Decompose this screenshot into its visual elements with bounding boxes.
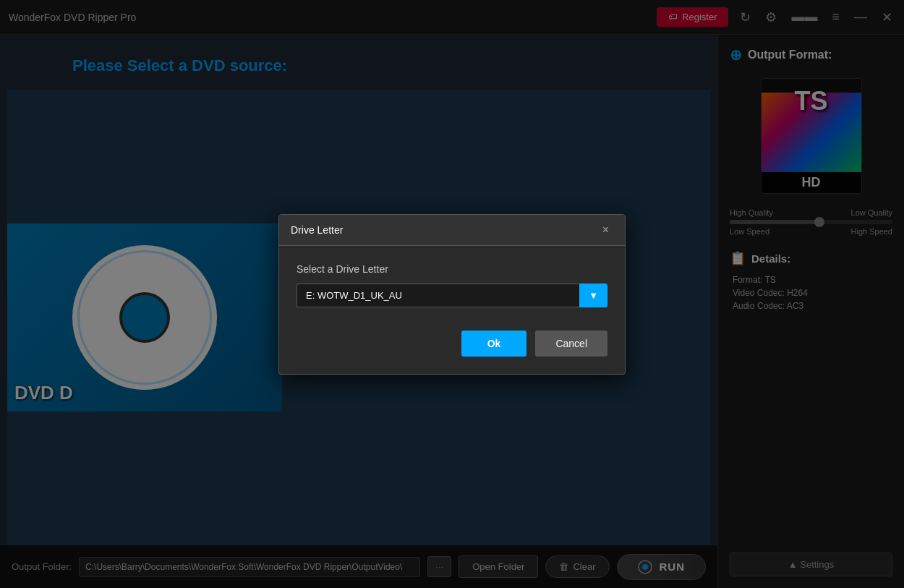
dialog-title: Drive Letter: [291, 224, 343, 236]
dialog-select-label: Select a Drive Letter: [297, 263, 607, 275]
dialog-body: Select a Drive Letter E: WOTW_D1_UK_AU ▼: [279, 246, 625, 319]
modal-overlay: Drive Letter × Select a Drive Letter E: …: [0, 0, 904, 588]
dialog-close-button[interactable]: ×: [598, 222, 613, 238]
drive-select-container: E: WOTW_D1_UK_AU ▼: [297, 284, 607, 307]
dialog-footer: Ok Cancel: [279, 319, 625, 374]
ok-button[interactable]: Ok: [461, 331, 527, 357]
dialog-titlebar: Drive Letter ×: [279, 215, 625, 246]
drive-select-arrow-button[interactable]: ▼: [579, 284, 607, 307]
cancel-button[interactable]: Cancel: [535, 331, 607, 357]
drive-letter-dialog: Drive Letter × Select a Drive Letter E: …: [278, 214, 626, 375]
drive-select[interactable]: E: WOTW_D1_UK_AU: [297, 284, 579, 307]
